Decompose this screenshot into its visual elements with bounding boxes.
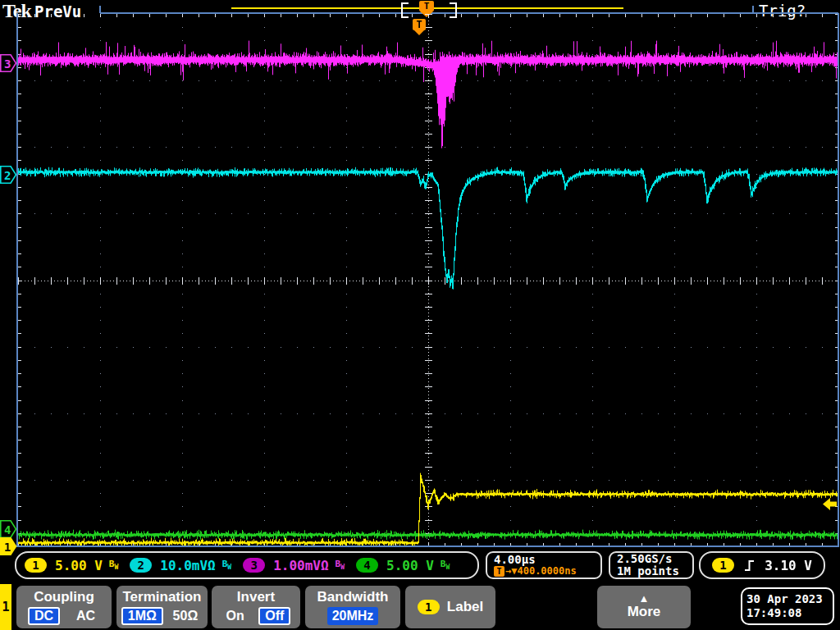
channel3-position-marker[interactable]: 3 xyxy=(0,54,17,72)
softkey-coupling[interactable]: Coupling DC AC xyxy=(16,586,112,628)
up-triangle-icon: ▲ xyxy=(639,594,650,604)
trigger-level-arrow[interactable] xyxy=(822,497,838,511)
channel3-scale: 1.00mVΩ xyxy=(273,558,328,573)
invert-off-option[interactable]: Off xyxy=(258,607,290,625)
bandwidth-limit-icon: BW xyxy=(222,559,231,571)
softkey-termination[interactable]: Termination 1MΩ 50Ω xyxy=(116,586,208,628)
trigger-point-flag[interactable]: T xyxy=(413,19,426,35)
channel4-position-marker[interactable]: 4 xyxy=(0,520,17,538)
softkey-bandwidth[interactable]: Bandwidth 20MHz xyxy=(305,586,400,628)
softkey-label[interactable]: 1 Label xyxy=(405,586,495,628)
graticule-frame-bottom xyxy=(16,546,839,547)
trigger-readout: 1 3.10 V xyxy=(699,551,825,579)
softkey-invert[interactable]: Invert On Off xyxy=(212,586,300,628)
channel2-marker-label: 2 xyxy=(4,169,11,182)
channel2-scale: 10.0mVΩ xyxy=(160,558,215,573)
termination-50ohm-option[interactable]: 50Ω xyxy=(168,607,203,625)
channel4-scale: 5.00 V xyxy=(386,558,434,573)
coupling-ac-option[interactable]: AC xyxy=(71,607,100,625)
graticule-frame-right xyxy=(838,13,839,546)
channel1-badge: 1 xyxy=(25,558,47,573)
softkey-title: Bandwidth xyxy=(305,589,400,605)
channel2-badge: 2 xyxy=(130,558,152,573)
trigger-t-glyph: T xyxy=(413,19,426,30)
channel4-marker-label: 4 xyxy=(4,523,11,536)
label-channel-badge: 1 xyxy=(418,600,440,614)
termination-1mohm-option[interactable]: 1MΩ xyxy=(121,607,163,625)
trigger-delay-value: 400.0000ns xyxy=(517,566,576,577)
horizontal-readout: 4.00µs T →▼ 400.0000ns xyxy=(486,551,602,579)
graticule-frame-left xyxy=(16,13,18,546)
softkey-title: Termination xyxy=(116,589,208,605)
sample-rate: 2.50GS/s xyxy=(617,553,672,565)
trigger-t-icon: T xyxy=(494,566,504,577)
channel1-marker-label: 1 xyxy=(4,541,11,554)
record-bar-right-cap xyxy=(752,6,754,13)
softkey-title: Coupling xyxy=(16,589,112,605)
oscilloscope-screen: Tek PreVu Trig? T T 3 2 4 1 1 5.0 xyxy=(0,0,840,630)
channel4-badge: 4 xyxy=(356,558,378,573)
channel-menu-tab: 1 xyxy=(0,584,11,630)
timebase-scale: 4.00µs xyxy=(494,554,536,566)
trigger-t-glyph: T xyxy=(419,1,434,11)
bandwidth-value[interactable]: 20MHz xyxy=(327,607,379,625)
rising-edge-icon xyxy=(743,559,756,573)
trigger-delay-readout: T →▼ 400.0000ns xyxy=(494,566,577,577)
coupling-dc-option[interactable]: DC xyxy=(28,607,60,625)
channel2-position-marker[interactable]: 2 xyxy=(0,166,17,184)
acquisition-readout: 2.50GS/s 1M points xyxy=(609,551,694,579)
delay-arrows-icon: →▼ xyxy=(505,566,517,577)
time-value: 17:49:08 xyxy=(746,606,833,620)
bandwidth-limit-icon: BW xyxy=(441,559,450,571)
invert-on-option[interactable]: On xyxy=(221,607,249,625)
softkey-more[interactable]: ▲ More xyxy=(597,586,691,628)
trigger-level-value: 3.10 V xyxy=(765,558,812,573)
channel-scale-readouts: 1 5.00 V BW 2 10.0mVΩ BW 3 1.00mVΩ BW 4 … xyxy=(15,551,479,579)
waveform-display xyxy=(18,14,838,546)
softkey-title: Label xyxy=(447,599,483,615)
channel1-position-marker[interactable]: 1 xyxy=(0,537,17,555)
date-value: 30 Apr 2023 xyxy=(746,592,833,606)
datetime-display: 30 Apr 2023 17:49:08 xyxy=(741,587,834,625)
channel3-marker-label: 3 xyxy=(4,57,11,71)
record-bar-left-cap xyxy=(99,6,101,13)
softkey-title: More xyxy=(628,604,661,620)
bandwidth-limit-icon: BW xyxy=(109,559,118,571)
trigger-flag-pointer xyxy=(414,30,424,35)
channel3-badge: 3 xyxy=(243,558,265,573)
trigger-source-badge: 1 xyxy=(712,558,734,573)
bandwidth-limit-icon: BW xyxy=(336,559,345,571)
channel1-scale: 5.00 V xyxy=(55,558,103,573)
softkey-title: Invert xyxy=(212,589,300,605)
record-length: 1M points xyxy=(617,565,679,578)
